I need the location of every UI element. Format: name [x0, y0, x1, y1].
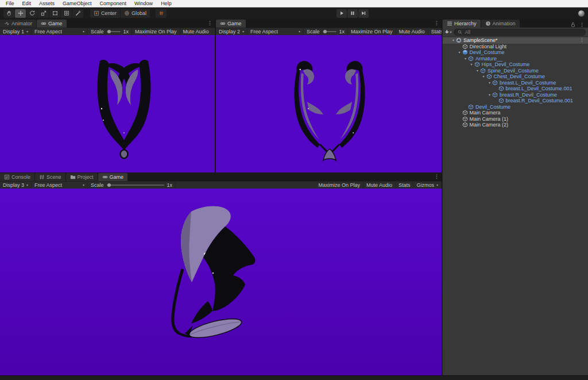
step-button[interactable] — [358, 9, 369, 18]
stats-button[interactable]: Stats — [212, 28, 215, 35]
stats-button[interactable]: Stats — [396, 182, 414, 189]
aspect-label: Free Aspect — [34, 29, 62, 34]
display-label: Display 1 — [3, 29, 24, 34]
tab-scene[interactable]: Scene — [35, 173, 65, 181]
tab-hierarchy[interactable]: Hierarchy — [443, 20, 481, 28]
scale-slider-knob[interactable] — [107, 30, 111, 33]
hierarchy-search-box[interactable] — [454, 29, 586, 36]
menu-file[interactable]: File — [2, 0, 18, 7]
tree-item-devil-costume[interactable]: ▾Devil_Costume — [443, 49, 588, 56]
tab-console[interactable]: Console — [0, 173, 34, 181]
expand-arrow-icon[interactable]: ▾ — [469, 63, 474, 66]
tab-project[interactable]: Project — [66, 173, 98, 181]
scale-slider-knob[interactable] — [107, 183, 111, 187]
tree-item-hips-devil-costume[interactable]: ▾Hips_Devil_Costume — [443, 62, 588, 68]
scale-slider[interactable] — [107, 31, 121, 32]
aspect-dropdown[interactable]: Free Aspect ▾ — [247, 28, 304, 35]
mute-audio-button[interactable]: Mute Audio — [363, 182, 396, 189]
expand-arrow-icon[interactable]: ▾ — [463, 57, 468, 60]
scene-menu-icon[interactable]: ⋮ — [577, 37, 587, 43]
tab-animator[interactable]: Animator — [0, 20, 36, 28]
project-icon — [70, 174, 76, 180]
move-tool-button[interactable] — [15, 9, 26, 18]
hand-tool-button[interactable] — [3, 9, 14, 18]
game-viewport-display2[interactable] — [216, 35, 442, 172]
tree-item-main-camera-2-[interactable]: Main Camera (2) — [443, 122, 588, 128]
custom-tool-button[interactable] — [72, 9, 83, 18]
game-viewport-display3[interactable] — [0, 189, 442, 375]
tab-game[interactable]: Game — [98, 173, 128, 181]
menu-edit[interactable]: Edit — [18, 0, 36, 7]
grid-snap-button[interactable] — [156, 9, 167, 18]
step-icon — [361, 10, 366, 16]
transform-icon — [64, 10, 69, 16]
tree-item-breast-r-devil-costume[interactable]: ▾breast.R_Devil_Costume — [443, 92, 588, 98]
tab-game[interactable]: Game — [37, 20, 67, 28]
tree-item-armature-[interactable]: ▾Armature__ — [443, 56, 588, 62]
expand-arrow-icon[interactable]: ▾ — [487, 81, 492, 85]
expand-arrow-icon[interactable]: ▾ — [481, 75, 486, 78]
pause-button[interactable] — [347, 9, 358, 18]
display-label: Display 2 — [219, 29, 240, 34]
scale-slider[interactable] — [107, 185, 164, 186]
panel2-menu-icon[interactable]: ⋮ — [432, 21, 442, 26]
tree-item-devil-costume[interactable]: Devil_Costume — [443, 104, 588, 110]
scale-label: Scale — [91, 182, 104, 188]
pivot-toggle-button[interactable]: Center — [90, 9, 120, 18]
pivot-icon — [94, 10, 99, 16]
gizmos-dropdown[interactable]: Gizmos ▾ — [413, 182, 442, 189]
expand-arrow-icon[interactable]: ▾ — [475, 69, 480, 72]
game-icon — [41, 21, 47, 26]
search-input[interactable] — [465, 29, 582, 35]
menu-help[interactable]: Help — [157, 0, 176, 7]
lock-icon[interactable] — [570, 22, 576, 28]
orientation-toggle-button[interactable]: Global — [121, 9, 150, 18]
play-button[interactable] — [336, 9, 347, 18]
rect-tool-button[interactable] — [49, 9, 60, 18]
menu-assets[interactable]: Assets — [35, 0, 59, 7]
tree-item-spine-devil-costume[interactable]: ▾Spine_Devil_Costume — [443, 68, 588, 74]
create-object-button[interactable]: + ▾ — [445, 29, 451, 35]
menu-window[interactable]: Window — [130, 0, 157, 7]
game-viewport-display1[interactable] — [0, 35, 215, 172]
hierarchy-menu-icon[interactable]: ⋮ — [577, 22, 587, 28]
display-dropdown[interactable]: Display 2 ▾ — [216, 28, 247, 35]
tree-item-breast-r-devil-costume-001[interactable]: breast.R_Devil_Costume.001 — [443, 98, 588, 104]
stats-button[interactable]: Stats — [428, 28, 442, 35]
transform-tool-button[interactable] — [61, 9, 72, 18]
tree-item-chest-devil-costume[interactable]: ▾Chest_Devil_Costume — [443, 74, 588, 80]
maximize-on-play-button[interactable]: Maximize On Play — [132, 28, 180, 35]
tab-animation[interactable]: Animation — [481, 20, 520, 28]
aspect-dropdown[interactable]: Free Aspect ▾ — [32, 28, 88, 35]
tree-item-directional-light[interactable]: Directional Light — [443, 44, 588, 50]
expand-arrow-icon[interactable]: ▾ — [451, 39, 456, 42]
tab-game[interactable]: Game — [216, 20, 246, 28]
aspect-dropdown[interactable]: Free Aspect ▾ — [32, 182, 88, 189]
maximize-on-play-button[interactable]: Maximize On Play — [315, 182, 363, 189]
panel3-menu-icon[interactable]: ⋮ — [432, 174, 442, 179]
display-dropdown[interactable]: Display 1 ▾ — [0, 28, 32, 35]
tree-item-breast-l-devil-costume-001[interactable]: breast.L_Devil_Costume.001 — [443, 86, 588, 92]
mute-audio-button[interactable]: Mute Audio — [396, 28, 428, 35]
scale-slider[interactable] — [323, 31, 336, 32]
tree-item-breast-l-devil-costume[interactable]: ▾breast.L_Devil_Costume — [443, 80, 588, 86]
menu-component[interactable]: Component — [96, 0, 131, 7]
expand-arrow-icon[interactable]: ▾ — [487, 93, 492, 97]
rotate-tool-button[interactable] — [26, 9, 37, 18]
display-dropdown[interactable]: Display 3 ▾ — [0, 182, 32, 189]
menu-gameobject[interactable]: GameObject — [59, 0, 96, 7]
orientation-label: Global — [131, 10, 146, 16]
tree-item-main-camera-1-[interactable]: Main Camera (1) — [443, 116, 588, 122]
tree-item-samplescene-[interactable]: ▾SampleScene*⋮ — [443, 37, 588, 44]
scale-tool-button[interactable] — [38, 9, 49, 18]
panel1-menu-icon[interactable]: ⋮ — [205, 21, 215, 26]
mute-audio-button[interactable]: Mute Audio — [180, 28, 212, 35]
scale-slider-knob[interactable] — [323, 30, 327, 33]
maximize-on-play-button[interactable]: Maximize On Play — [348, 28, 396, 35]
expand-arrow-icon[interactable]: ▾ — [457, 51, 462, 54]
game-view-panel-1: AnimatorGame ⋮ Display 1 ▾ Free Aspect ▾… — [0, 19, 215, 172]
account-sphere-icon[interactable] — [578, 10, 585, 17]
tree-item-main-camera[interactable]: Main Camera — [443, 110, 588, 116]
scene-icon — [456, 37, 462, 43]
gameobject-icon — [468, 104, 474, 110]
